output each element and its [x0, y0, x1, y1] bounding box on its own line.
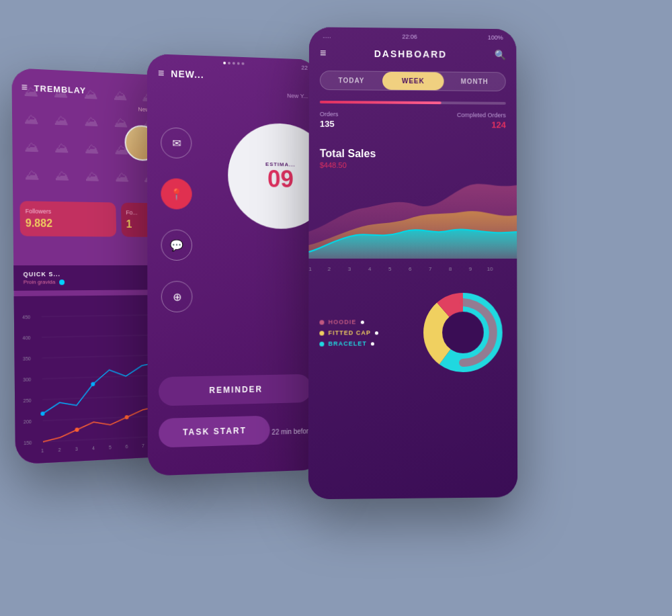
legend-hoodie-label: HOODIE — [328, 318, 356, 325]
svg-text:350: 350 — [23, 356, 31, 361]
p3-app-title: DASHBOARD — [326, 48, 494, 60]
legend-fitted-cap: FITTED CAP — [319, 329, 419, 337]
svg-text:7: 7 — [429, 266, 432, 272]
p3-search-icon[interactable]: 🔍 — [495, 50, 506, 60]
p3-battery: 100% — [488, 34, 503, 41]
svg-line-0 — [42, 315, 160, 317]
legend-bracelet-label: BRACELET — [328, 340, 366, 347]
svg-text:5: 5 — [109, 445, 112, 450]
p3-legend-items: HOODIE FITTED CAP BRACELET — [319, 318, 419, 347]
svg-text:250: 250 — [23, 398, 31, 403]
p2-menu-icon[interactable]: ≡ — [158, 67, 164, 79]
phone-2: 22 ≡ NEW... New Y... ESTIMA... 09 ✉ 📍 💬 … — [147, 54, 323, 476]
p2-app-title: NEW... — [171, 69, 204, 80]
p2-location-btn[interactable]: 📍 — [161, 178, 192, 210]
p3-completed-value: 124 — [457, 120, 506, 130]
svg-text:4: 4 — [368, 266, 372, 272]
p3-total-sales: Total Sales $448.50 — [320, 148, 506, 170]
p3-donut-chart — [419, 289, 507, 376]
svg-text:2: 2 — [58, 447, 61, 453]
tab-today[interactable]: TODAY — [321, 71, 382, 90]
legend-hoodie: HOODIE — [319, 318, 419, 325]
p1-quick-title: QUICK S... — [24, 271, 163, 278]
tab-month[interactable]: MONTH — [444, 73, 505, 91]
p1-followers-box: Followers 9.882 — [19, 201, 116, 236]
p2-chat-btn[interactable]: 💬 — [161, 230, 193, 261]
p3-time: 22:06 — [402, 34, 417, 40]
svg-point-17 — [75, 427, 79, 431]
svg-point-18 — [125, 415, 129, 419]
p1-app-title: TREMBLAY — [34, 83, 86, 95]
p2-action-icons: ✉ 📍 💬 ⊕ — [161, 127, 192, 312]
svg-text:9: 9 — [469, 266, 472, 272]
p1-quick-sub: Proin gravida — [24, 278, 163, 285]
p3-menu-icon[interactable]: ≡ — [320, 47, 326, 59]
p3-total-sales-amount: $448.50 — [320, 161, 506, 170]
p2-mail-btn[interactable]: ✉ — [161, 127, 192, 159]
p3-total-sales-title: Total Sales — [320, 148, 506, 161]
phone-3: ..... 22:06 100% ≡ DASHBOARD 🔍 TODAY WEE… — [308, 27, 517, 499]
svg-text:300: 300 — [23, 377, 31, 382]
svg-text:150: 150 — [24, 440, 32, 445]
p3-donut-legend: HOODIE FITTED CAP BRACELET — [319, 289, 507, 377]
p2-reminder-button[interactable]: REMINDER — [159, 374, 312, 406]
p3-status-dots: ..... — [323, 32, 331, 39]
p1-followers-value: 9.882 — [26, 217, 111, 230]
svg-line-2 — [42, 355, 161, 357]
p2-time: 22 — [301, 64, 308, 71]
p2-task-time: 22 min before — [271, 427, 312, 436]
svg-text:2: 2 — [328, 266, 331, 272]
legend-bracelet: BRACELET — [319, 340, 419, 347]
svg-text:400: 400 — [22, 335, 30, 341]
p2-estimate-value: 09 — [267, 167, 294, 191]
svg-text:7: 7 — [142, 443, 144, 448]
svg-line-5 — [43, 416, 163, 421]
menu-icon[interactable]: ≡ — [22, 81, 28, 93]
svg-text:6: 6 — [126, 444, 128, 449]
svg-text:3: 3 — [348, 266, 351, 272]
svg-text:1: 1 — [308, 266, 312, 272]
p3-orders-label: Orders — [320, 111, 339, 118]
svg-text:8: 8 — [449, 266, 452, 272]
p3-completed-label: Completed Orders — [457, 112, 506, 118]
p1-followers-label: Followers — [26, 208, 111, 216]
legend-cap-label: FITTED CAP — [328, 329, 370, 336]
svg-text:4: 4 — [92, 445, 95, 451]
svg-text:1: 1 — [41, 448, 44, 453]
svg-text:450: 450 — [22, 314, 30, 319]
p3-header: ≡ DASHBOARD 🔍 — [309, 47, 516, 61]
p1-stats: Followers 9.882 Fo... 1 — [19, 201, 164, 237]
p3-area-chart: 1 2 3 4 5 6 7 8 9 10 — [308, 171, 517, 279]
p2-location: New Y... — [287, 93, 308, 100]
p2-extra-btn[interactable]: ⊕ — [161, 281, 193, 312]
svg-line-4 — [42, 396, 162, 400]
svg-text:6: 6 — [409, 266, 412, 272]
svg-point-40 — [443, 312, 483, 353]
p3-orders-value: 135 — [320, 119, 339, 129]
svg-line-1 — [42, 335, 161, 337]
svg-text:200: 200 — [24, 419, 32, 425]
svg-text:10: 10 — [487, 266, 493, 272]
p2-task-button[interactable]: TASK START — [159, 416, 270, 448]
tab-week[interactable]: WEEK — [382, 72, 444, 91]
svg-text:3: 3 — [75, 447, 78, 452]
p3-tab-group: TODAY WEEK MONTH — [320, 71, 506, 91]
p3-orders-row: Orders 135 Completed Orders 124 — [320, 111, 506, 130]
svg-text:5: 5 — [388, 266, 392, 272]
